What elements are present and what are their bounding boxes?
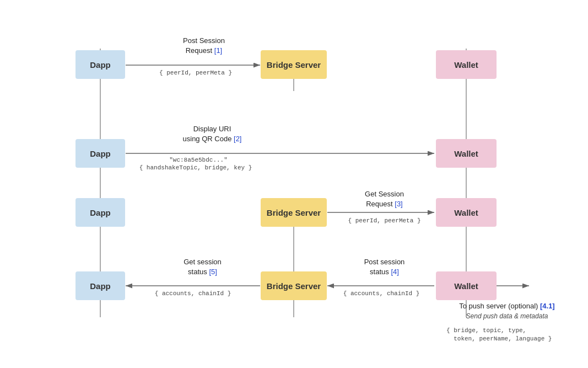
step2-label: Display URI using QR Code [2] <box>157 124 267 144</box>
dapp-box-1: Dapp <box>75 50 125 79</box>
bridge-label-1: Bridge Server <box>267 60 321 70</box>
dapp-box-4: Dapp <box>75 271 125 300</box>
wallet-label-4: Wallet <box>454 281 478 291</box>
pushserver-payload: { bridge, topic, type, token, peerName, … <box>446 327 579 344</box>
wallet-box-4: Wallet <box>436 271 497 300</box>
dapp-label-2: Dapp <box>90 149 111 158</box>
wallet-box-2: Wallet <box>436 139 497 168</box>
wallet-box-1: Wallet <box>436 50 497 79</box>
dapp-label-3: Dapp <box>90 208 111 217</box>
dapp-label-4: Dapp <box>90 281 111 291</box>
step2-payload2: { handshakeTopic, bridge, key } <box>116 164 276 172</box>
step4-payload: { accounts, chainId } <box>332 290 431 298</box>
wallet-label-3: Wallet <box>454 208 478 217</box>
step1-label: Post Session Request [1] <box>157 36 251 56</box>
bridge-box-3: Bridge Server <box>261 198 327 227</box>
step4-label: Post session status [4] <box>336 257 433 277</box>
diagram: Dapp Bridge Server Wallet Post Session R… <box>0 0 588 368</box>
wallet-label-2: Wallet <box>454 149 478 158</box>
bridge-label-4: Bridge Server <box>267 281 321 291</box>
step3-label: Get Session Request [3] <box>336 189 433 209</box>
bridge-box-1: Bridge Server <box>261 50 327 79</box>
bridge-box-4: Bridge Server <box>261 271 327 300</box>
dapp-box-3: Dapp <box>75 198 125 227</box>
step1-payload: { peerId, peerMeta } <box>141 69 251 77</box>
step3-payload: { peerId, peerMeta } <box>336 217 433 225</box>
step5-label: Get session status [5] <box>149 257 256 277</box>
bridge-label-3: Bridge Server <box>267 208 321 217</box>
dapp-label-1: Dapp <box>90 60 111 70</box>
pushserver-label: To push server (optional) [4.1] Send pus… <box>435 301 579 321</box>
step5-payload: { accounts, chainId } <box>132 290 253 298</box>
wallet-box-3: Wallet <box>436 198 497 227</box>
wallet-label-1: Wallet <box>454 60 478 70</box>
